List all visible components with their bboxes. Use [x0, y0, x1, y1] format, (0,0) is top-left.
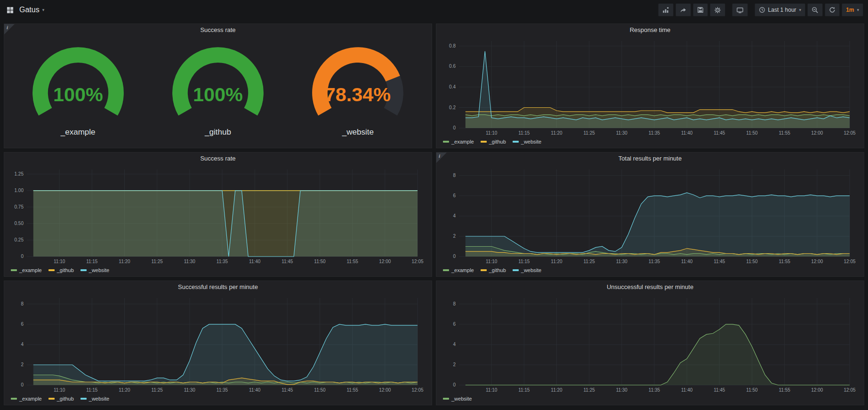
- time-picker-button[interactable]: Last 1 hour ▾: [755, 3, 806, 16]
- legend-swatch-icon: [80, 269, 87, 271]
- svg-text:0.75: 0.75: [15, 204, 24, 209]
- svg-text:11:40: 11:40: [249, 387, 261, 393]
- svg-text:11:20: 11:20: [119, 387, 130, 393]
- svg-text:4: 4: [453, 342, 456, 347]
- svg-text:12:00: 12:00: [811, 259, 823, 264]
- svg-text:2: 2: [453, 233, 456, 239]
- share-button[interactable]: [675, 3, 691, 16]
- panel-title[interactable]: Successful results per minute: [4, 281, 432, 293]
- svg-text:11:15: 11:15: [86, 259, 98, 264]
- chart-legend: _example_github_website: [440, 266, 860, 274]
- legend-label: _example: [451, 139, 474, 145]
- gauge-value: 78.34%: [325, 83, 391, 105]
- time-controls: Last 1 hour ▾ 1m ▾: [755, 3, 863, 16]
- panel-response-time: Response time 00.20.40.60.811:1011:1511:…: [436, 24, 864, 148]
- legend-label: _example: [19, 396, 42, 402]
- legend-swatch-icon: [513, 141, 519, 143]
- legend-item-_website[interactable]: _website: [443, 396, 472, 402]
- svg-text:6: 6: [453, 322, 456, 327]
- svg-text:11:40: 11:40: [681, 130, 693, 136]
- graph-svg: 00.250.500.751.001.2511:1011:1511:2011:2…: [8, 165, 428, 266]
- legend-item-_example[interactable]: _example: [443, 139, 474, 145]
- zoom-out-button[interactable]: [807, 3, 823, 16]
- panel-title[interactable]: Success rate: [4, 153, 432, 165]
- legend-label: _github: [57, 396, 74, 402]
- svg-text:11:20: 11:20: [551, 130, 563, 136]
- panel-unsuccessful-results: Unsuccessful results per minute 0246811:…: [436, 281, 864, 405]
- tv-group: [732, 3, 748, 16]
- svg-text:11:25: 11:25: [584, 130, 595, 136]
- zoom-out-icon: [812, 7, 819, 14]
- refresh-button[interactable]: [825, 3, 840, 16]
- legend-item-_website[interactable]: _website: [513, 139, 541, 145]
- panel-body: 00.250.500.751.001.2511:1011:1511:2011:2…: [4, 165, 432, 276]
- share-icon: [680, 7, 687, 14]
- legend-item-_website[interactable]: _website: [80, 396, 109, 402]
- svg-text:8: 8: [453, 301, 456, 306]
- panel-title[interactable]: Success rate: [4, 24, 432, 36]
- legend-item-_example[interactable]: _example: [443, 267, 474, 273]
- svg-text:11:45: 11:45: [714, 259, 725, 264]
- dashboard-title-button[interactable]: Gatus ▾: [19, 6, 44, 14]
- svg-text:0.4: 0.4: [449, 84, 456, 89]
- svg-text:0.25: 0.25: [15, 237, 24, 242]
- legend-item-_example[interactable]: _example: [11, 267, 42, 273]
- svg-text:11:45: 11:45: [714, 387, 725, 393]
- svg-text:11:55: 11:55: [779, 387, 791, 393]
- dashboard-grid-icon[interactable]: [5, 5, 16, 16]
- response-time-chart: 00.20.40.60.811:1011:1511:2011:2511:3011…: [440, 36, 860, 137]
- svg-text:11:10: 11:10: [54, 387, 65, 393]
- svg-text:11:35: 11:35: [649, 387, 660, 393]
- panel-title[interactable]: Total results per minute: [436, 153, 864, 165]
- legend-swatch-icon: [48, 398, 55, 400]
- legend-item-_website[interactable]: _website: [80, 267, 109, 273]
- svg-text:11:55: 11:55: [779, 130, 791, 136]
- legend-label: _website: [521, 139, 541, 145]
- svg-text:12:00: 12:00: [811, 387, 823, 393]
- legend-item-_github[interactable]: _github: [48, 396, 74, 402]
- legend-swatch-icon: [443, 141, 449, 143]
- tv-mode-button[interactable]: [732, 3, 748, 16]
- svg-text:11:20: 11:20: [119, 259, 130, 264]
- svg-text:0: 0: [453, 382, 456, 387]
- legend-swatch-icon: [513, 269, 519, 271]
- svg-text:11:20: 11:20: [551, 259, 563, 264]
- refresh-icon: [829, 7, 836, 13]
- panel-title[interactable]: Unsuccessful results per minute: [436, 281, 864, 293]
- svg-text:2: 2: [21, 362, 24, 367]
- legend-item-_github[interactable]: _github: [481, 139, 506, 145]
- svg-text:0: 0: [21, 254, 24, 259]
- svg-text:11:50: 11:50: [314, 387, 326, 393]
- refresh-interval-button[interactable]: 1m ▾: [842, 3, 863, 16]
- svg-text:11:45: 11:45: [281, 387, 293, 393]
- legend-item-_example[interactable]: _example: [11, 396, 42, 402]
- panel-body: 0246811:1011:1511:2011:2511:3011:3511:40…: [436, 165, 864, 276]
- refresh-interval-label: 1m: [846, 7, 854, 13]
- panel-body: 0246811:1011:1511:2011:2511:3011:3511:40…: [436, 293, 864, 405]
- svg-text:11:10: 11:10: [486, 259, 498, 264]
- save-button[interactable]: [693, 3, 708, 16]
- legend-swatch-icon: [481, 141, 487, 143]
- caret-down-icon: ▾: [799, 8, 802, 12]
- chart-legend: _example_github_website: [8, 394, 428, 403]
- svg-text:11:45: 11:45: [281, 259, 293, 264]
- legend-item-_github[interactable]: _github: [48, 267, 74, 273]
- svg-text:0.50: 0.50: [15, 221, 24, 226]
- svg-text:6: 6: [21, 322, 24, 327]
- svg-text:8: 8: [21, 301, 24, 306]
- legend-item-_github[interactable]: _github: [481, 267, 506, 273]
- settings-button[interactable]: [710, 3, 725, 16]
- panel-body: 0246811:1011:1511:2011:2511:3011:3511:40…: [4, 293, 432, 405]
- panel-title[interactable]: Response time: [436, 24, 864, 36]
- add-panel-button[interactable]: [658, 3, 674, 16]
- svg-text:12:00: 12:00: [379, 259, 391, 264]
- add-panel-icon: [662, 7, 669, 14]
- svg-text:11:50: 11:50: [746, 387, 758, 393]
- svg-text:2: 2: [453, 362, 456, 367]
- navbar: Gatus ▾: [0, 0, 868, 20]
- panel-successful-results: Successful results per minute 0246811:10…: [4, 281, 432, 405]
- graph-svg: 0246811:1011:1511:2011:2511:3011:3511:40…: [440, 293, 860, 394]
- clock-icon: [759, 7, 765, 13]
- legend-item-_website[interactable]: _website: [513, 267, 541, 273]
- svg-text:11:25: 11:25: [584, 387, 595, 393]
